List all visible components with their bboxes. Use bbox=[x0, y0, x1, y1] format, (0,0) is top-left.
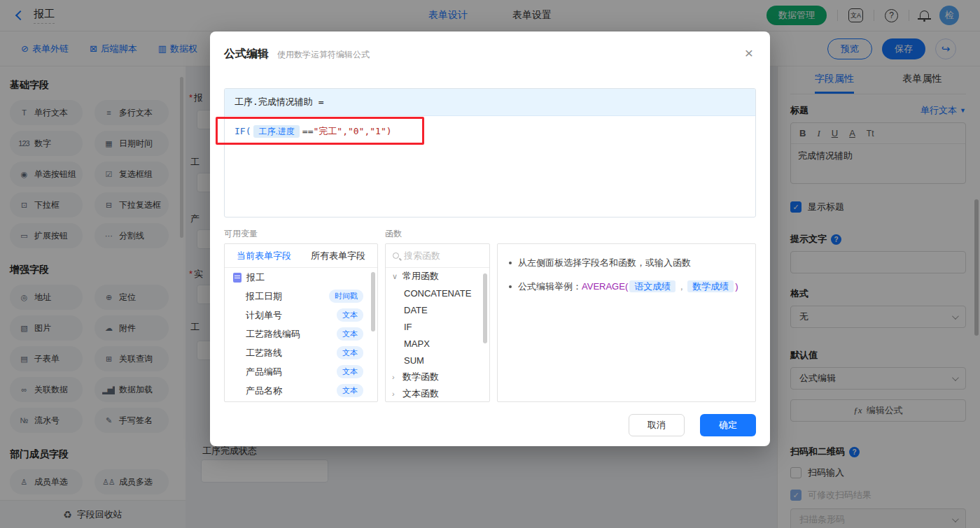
function-group[interactable]: ∨常用函数 bbox=[386, 268, 489, 285]
variable-name: 工艺路线 bbox=[246, 347, 282, 359]
confirm-button[interactable]: 确定 bbox=[700, 414, 756, 436]
close-icon[interactable]: × bbox=[745, 45, 753, 60]
variables-scrollbar[interactable] bbox=[371, 272, 375, 331]
variables-section-label: 可用变量 bbox=[224, 228, 258, 240]
tip-item: 公式编辑举例：AVERAGE(语文成绩，数学成绩) bbox=[509, 280, 744, 293]
chevron-down-icon: ∨ bbox=[392, 272, 398, 281]
example-function-open: AVERAGE( bbox=[582, 281, 628, 292]
cancel-button[interactable]: 取消 bbox=[629, 414, 685, 436]
variables-panel: 当前表单字段 所有表单字段 报工 报工日期时间戳 计划单号文本 工艺路线编码文本… bbox=[224, 243, 378, 402]
group-label: 数学函数 bbox=[402, 371, 439, 383]
variable-name: 产品编码 bbox=[246, 366, 282, 378]
example-field-chip: 数学成绩 bbox=[687, 280, 734, 292]
formula-operator: == bbox=[302, 126, 314, 136]
tips-panel: 从左侧面板选择字段名和函数，或输入函数 公式编辑举例：AVERAGE(语文成绩，… bbox=[497, 243, 756, 402]
formula-field-chip[interactable]: 工序.进度 bbox=[253, 125, 299, 138]
variable-item[interactable]: 产品名称文本 bbox=[225, 381, 377, 400]
formula-strings: "完工","0","1") bbox=[313, 126, 391, 136]
function-item[interactable]: MAPX bbox=[386, 335, 489, 352]
tip-text: 公式编辑举例：AVERAGE(语文成绩，数学成绩) bbox=[518, 280, 738, 293]
type-badge: 文本 bbox=[337, 384, 363, 397]
search-input[interactable] bbox=[404, 250, 474, 261]
type-badge: 文本 bbox=[337, 327, 363, 341]
functions-section-label: 函数 bbox=[385, 228, 402, 240]
modal-subtitle: 使用数学运算符编辑公式 bbox=[277, 49, 370, 61]
chevron-right-icon: › bbox=[392, 373, 398, 381]
bullet-icon bbox=[509, 262, 512, 264]
function-search bbox=[386, 244, 489, 268]
variable-item[interactable]: 计划单号文本 bbox=[225, 306, 377, 324]
variable-name: 计划单号 bbox=[246, 309, 282, 322]
variable-item[interactable]: 报工日期时间戳 bbox=[225, 287, 377, 306]
modal-title: 公式编辑 bbox=[224, 47, 269, 62]
variable-item[interactable]: 工艺路线文本 bbox=[225, 343, 377, 362]
formula-editor-modal: 公式编辑 使用数学运算符编辑公式 × 工序.完成情况辅助 = IF(工序.进度=… bbox=[210, 31, 770, 446]
example-function-close: ) bbox=[735, 281, 738, 292]
example-comma: ， bbox=[677, 281, 686, 292]
function-item[interactable]: CONCATENATE bbox=[386, 285, 489, 301]
variable-item[interactable]: 工艺路线编码文本 bbox=[225, 324, 377, 343]
variable-name: 工艺路线编码 bbox=[246, 328, 300, 341]
chevron-right-icon: › bbox=[392, 390, 398, 398]
search-icon bbox=[393, 252, 399, 259]
formula-function: IF( bbox=[234, 126, 251, 136]
form-file-icon bbox=[233, 273, 241, 283]
variable-name: 产品名称 bbox=[246, 385, 282, 397]
tip-item: 从左侧面板选择字段名和函数，或输入函数 bbox=[509, 256, 744, 269]
formula-box: 工序.完成情况辅助 = IF(工序.进度=="完工","0","1") bbox=[224, 88, 756, 217]
type-badge: 文本 bbox=[337, 365, 363, 378]
tip-text: 从左侧面板选择字段名和函数，或输入函数 bbox=[518, 256, 691, 269]
tab-all-form-fields[interactable]: 所有表单字段 bbox=[311, 250, 365, 262]
function-group[interactable]: ›数学函数 bbox=[386, 369, 489, 385]
variable-name: 报工日期 bbox=[246, 290, 282, 303]
function-item[interactable]: DATE bbox=[386, 301, 489, 318]
form-root-label: 报工 bbox=[246, 271, 265, 284]
functions-panel: ∨常用函数 CONCATENATE DATE IF MAPX SUM ›数学函数… bbox=[385, 243, 490, 402]
form-root-item[interactable]: 报工 bbox=[225, 268, 377, 287]
function-item[interactable]: IF bbox=[386, 318, 489, 335]
type-badge: 文本 bbox=[337, 308, 363, 322]
group-label: 文本函数 bbox=[402, 387, 439, 400]
functions-scrollbar[interactable] bbox=[483, 273, 487, 343]
variable-item[interactable]: 产品编码文本 bbox=[225, 362, 377, 381]
type-badge: 文本 bbox=[337, 346, 363, 359]
example-field-chip: 语文成绩 bbox=[629, 280, 676, 292]
tab-current-form-fields[interactable]: 当前表单字段 bbox=[237, 250, 291, 262]
bullet-icon bbox=[509, 285, 512, 288]
tip-prefix: 公式编辑举例： bbox=[518, 281, 582, 292]
group-label: 常用函数 bbox=[402, 270, 439, 283]
function-item[interactable]: SUM bbox=[386, 352, 489, 369]
formula-target: 工序.完成情况辅助 = bbox=[225, 89, 755, 116]
formula-input-area[interactable]: IF(工序.进度=="完工","0","1") bbox=[225, 116, 755, 217]
function-group[interactable]: ›文本函数 bbox=[386, 385, 489, 402]
type-badge: 时间戳 bbox=[329, 290, 363, 303]
